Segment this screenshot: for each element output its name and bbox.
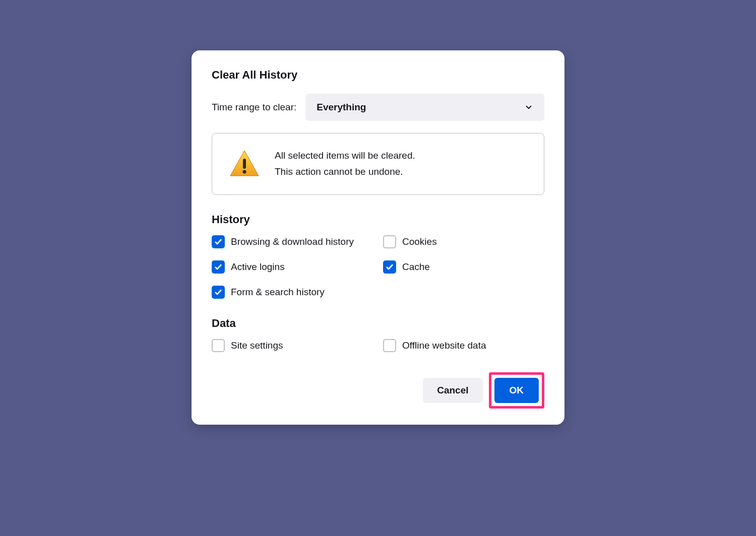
warning-line-1: All selected items will be cleared. xyxy=(275,148,415,164)
time-range-value: Everything xyxy=(317,102,366,113)
checkbox-label[interactable]: Cache xyxy=(402,261,430,273)
checkbox-label[interactable]: Browsing & download history xyxy=(231,236,354,247)
ok-button-highlight: OK xyxy=(489,372,545,409)
time-range-select[interactable]: Everything xyxy=(305,94,544,121)
checkbox-input[interactable] xyxy=(383,260,396,274)
checkmark-icon xyxy=(214,288,222,296)
checkbox-input[interactable] xyxy=(212,235,225,248)
checkbox-cache: Cache xyxy=(383,260,544,274)
cancel-button[interactable]: Cancel xyxy=(423,378,482,403)
checkbox-input[interactable] xyxy=(383,339,396,352)
checkbox-label[interactable]: Site settings xyxy=(231,340,283,351)
checkbox-offline-website-data: Offline website data xyxy=(383,339,544,352)
time-range-label: Time range to clear: xyxy=(212,102,296,113)
warning-icon xyxy=(228,148,261,180)
warning-line-2: This action cannot be undone. xyxy=(275,164,415,180)
checkbox-form-search-history: Form & search history xyxy=(212,286,373,299)
svg-point-1 xyxy=(243,170,246,174)
time-range-row: Time range to clear: Everything xyxy=(212,94,544,121)
checkmark-icon xyxy=(386,263,394,271)
checkbox-label[interactable]: Form & search history xyxy=(231,287,325,298)
checkbox-site-settings: Site settings xyxy=(212,339,373,352)
dialog-button-row: Cancel OK xyxy=(212,372,544,409)
checkbox-label[interactable]: Cookies xyxy=(402,236,437,247)
checkbox-label[interactable]: Active logins xyxy=(231,261,285,273)
svg-rect-0 xyxy=(243,159,246,169)
chevron-down-icon xyxy=(524,103,533,112)
data-section-title: Data xyxy=(212,317,544,330)
checkbox-browsing-download-history: Browsing & download history xyxy=(212,235,373,248)
checkbox-input[interactable] xyxy=(212,286,225,299)
clear-history-dialog: Clear All History Time range to clear: E… xyxy=(192,50,564,425)
checkbox-label[interactable]: Offline website data xyxy=(402,340,486,351)
checkbox-input[interactable] xyxy=(212,260,225,274)
ok-button[interactable]: OK xyxy=(494,378,539,403)
warning-box: All selected items will be cleared. This… xyxy=(212,133,544,195)
data-checkbox-grid: Site settings Offline website data xyxy=(212,339,544,352)
history-section-title: History xyxy=(212,213,544,226)
warning-text: All selected items will be cleared. This… xyxy=(275,148,415,180)
checkmark-icon xyxy=(214,263,222,271)
checkbox-active-logins: Active logins xyxy=(212,260,373,274)
checkbox-input[interactable] xyxy=(383,235,396,248)
checkbox-cookies: Cookies xyxy=(383,235,544,248)
history-checkbox-grid: Browsing & download history Cookies Acti… xyxy=(212,235,544,299)
checkbox-input[interactable] xyxy=(212,339,225,352)
dialog-title: Clear All History xyxy=(212,69,544,82)
checkmark-icon xyxy=(214,238,222,246)
